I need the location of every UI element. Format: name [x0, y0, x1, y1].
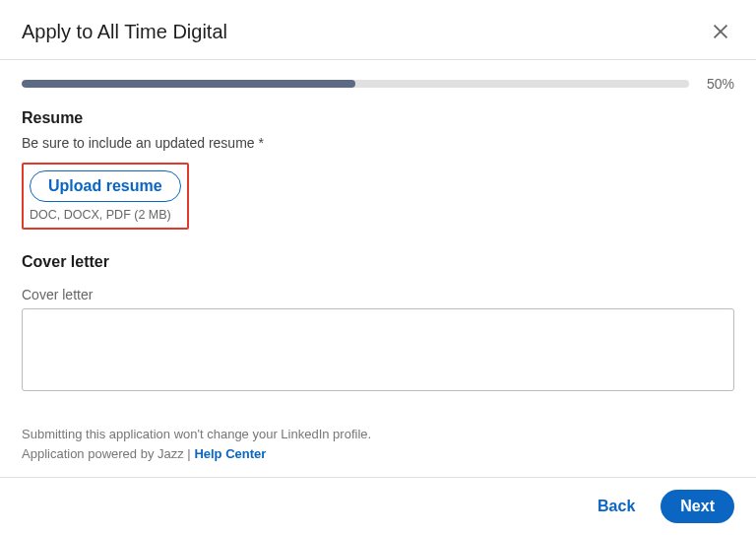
disclaimer-block: Submitting this application won't change… — [22, 425, 734, 463]
disclaimer-prefix: Application powered by Jazz | — [22, 446, 194, 461]
help-center-link[interactable]: Help Center — [194, 446, 266, 461]
disclaimer-line-2: Application powered by Jazz | Help Cente… — [22, 444, 734, 464]
modal-footer: Back Next — [0, 477, 756, 535]
close-button[interactable] — [707, 18, 734, 45]
progress-percent: 50% — [701, 76, 734, 92]
progress-bar-row: 50% — [0, 60, 756, 100]
cover-letter-heading: Cover letter — [22, 253, 734, 271]
cover-letter-textarea[interactable] — [22, 308, 734, 391]
close-icon — [710, 21, 731, 42]
upload-annotation-box: Upload resume DOC, DOCX, PDF (2 MB) — [22, 163, 189, 230]
modal-title: Apply to All Time Digital — [22, 21, 227, 43]
progress-track — [22, 80, 689, 88]
modal-header: Apply to All Time Digital — [0, 0, 756, 60]
upload-file-hint: DOC, DOCX, PDF (2 MB) — [30, 208, 181, 222]
back-button[interactable]: Back — [586, 490, 647, 523]
disclaimer-line-1: Submitting this application won't change… — [22, 425, 734, 444]
upload-resume-button[interactable]: Upload resume — [30, 170, 181, 202]
resume-heading: Resume — [22, 109, 734, 127]
resume-helper-text: Be sure to include an updated resume * — [22, 135, 734, 151]
progress-fill — [22, 80, 355, 88]
cover-letter-label: Cover letter — [22, 287, 734, 302]
next-button[interactable]: Next — [661, 490, 734, 523]
